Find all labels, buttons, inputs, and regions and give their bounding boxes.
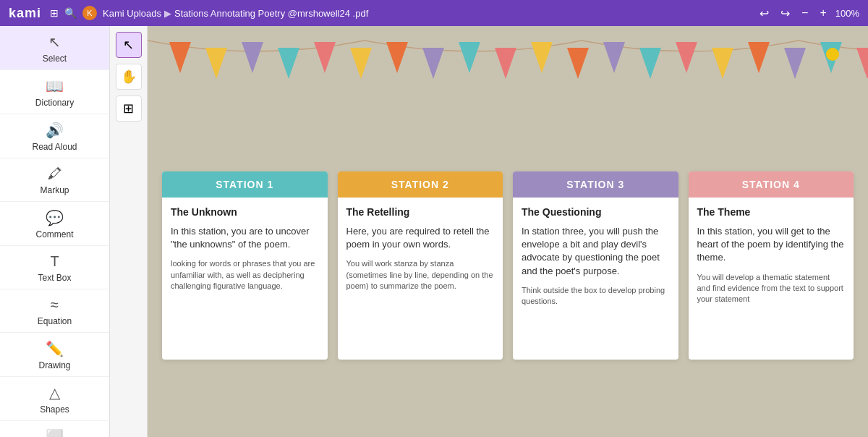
sidebar-label-select: Select — [43, 54, 67, 64]
station-title-1: The Unknown — [171, 206, 319, 218]
sidebar-label-shapes: Shapes — [40, 404, 69, 415]
svg-marker-16 — [748, 42, 770, 73]
main-area: ↖ Select 📖 Dictionary 🔊 Read Aloud 🖍 Mar… — [0, 26, 868, 437]
sidebar-item-markup[interactable]: 🖍 Markup — [0, 158, 109, 202]
station-body-2: The Retelling Here, you are required to … — [338, 198, 503, 360]
station-desc-small-4: You will develop a thematic statement an… — [697, 272, 846, 305]
equation-icon: ≈ — [51, 297, 59, 313]
tool-panel: ↖✋⊞ — [110, 26, 148, 437]
breadcrumb: Kami Uploads ▶ Stations Annotating Poetr… — [103, 8, 751, 19]
read-aloud-icon: 🔊 — [46, 122, 64, 139]
svg-marker-1 — [205, 48, 227, 79]
sidebar-item-drawing[interactable]: ✏️ Drawing — [0, 333, 109, 377]
svg-marker-0 — [169, 42, 191, 73]
svg-marker-7 — [422, 48, 444, 79]
sidebar-item-shapes[interactable]: △ Shapes — [0, 377, 109, 421]
svg-marker-9 — [495, 48, 516, 79]
undo-button[interactable]: ↩ — [757, 5, 772, 22]
sidebar-label-equation: Equation — [38, 316, 72, 326]
dictionary-icon: 📖 — [46, 77, 64, 95]
station-body-4: The Theme In this station, you will get … — [689, 198, 854, 360]
svg-marker-3 — [278, 48, 299, 79]
stations-row: STATION 1 The Unknown In this station, y… — [148, 160, 868, 374]
breadcrumb-sep: ▶ — [164, 8, 171, 19]
banner — [148, 26, 868, 160]
zoom-level: 100% — [835, 8, 859, 19]
sidebar-label-read-aloud: Read Aloud — [32, 142, 77, 152]
svg-marker-19 — [856, 48, 868, 79]
sidebar-item-read-aloud[interactable]: 🔊 Read Aloud — [0, 114, 109, 158]
sidebar-label-markup: Markup — [40, 185, 69, 195]
sidebar-label-text-box: Text Box — [38, 273, 71, 283]
station-desc-small-1: looking for words or phrases that you ar… — [171, 258, 319, 292]
station-desc-small-3: Think outside the box to develop probing… — [522, 285, 670, 307]
svg-marker-10 — [531, 42, 553, 73]
station-desc-3: In station three, you will push the enve… — [522, 225, 670, 278]
svg-marker-2 — [242, 42, 263, 73]
station-desc-small-2: You will work stanza by stanza (sometime… — [346, 258, 495, 292]
station-card-2: STATION 2 The Retelling Here, you are re… — [338, 171, 503, 360]
sidebar-label-dictionary: Dictionary — [35, 98, 74, 108]
drawing-icon: ✏️ — [46, 340, 64, 357]
station-desc-4: In this station, you will get to the hea… — [697, 225, 846, 265]
yellow-dot-decoration — [826, 48, 839, 61]
station-body-3: The Questioning In station three, you wi… — [513, 198, 678, 360]
station-title-4: The Theme — [697, 206, 846, 218]
redo-button[interactable]: ↪ — [778, 5, 793, 22]
breadcrumb-file: Stations Annotating Poetry @mrshowell24 … — [174, 8, 368, 19]
comment-icon: 💬 — [46, 209, 64, 226]
topbar-controls: ↩ ↪ − + 100% — [757, 5, 859, 22]
zoom-out-button[interactable]: − — [799, 5, 811, 21]
sidebar-item-text-box[interactable]: T Text Box — [0, 246, 109, 289]
tool-hand-button[interactable]: ✋ — [116, 64, 142, 90]
text-box-icon: T — [50, 253, 59, 270]
station-header-3: STATION 3 — [513, 171, 678, 198]
kami-logo: kami — [9, 6, 41, 21]
station-card-4: STATION 4 The Theme In this station, you… — [689, 171, 854, 360]
sidebar-item-eraser[interactable]: ⬜ Eraser — [0, 421, 109, 437]
station-title-2: The Retelling — [346, 206, 495, 218]
select-icon: ↖ — [48, 33, 61, 51]
svg-marker-12 — [603, 42, 625, 73]
bunting-svg — [148, 26, 868, 98]
topbar: kami ⊞ 🔍 K Kami Uploads ▶ Stations Annot… — [0, 0, 868, 26]
sidebar-item-dictionary[interactable]: 📖 Dictionary — [0, 70, 109, 114]
tool-grid-button[interactable]: ⊞ — [116, 96, 142, 122]
svg-marker-6 — [386, 42, 408, 73]
station-header-1: STATION 1 — [162, 171, 328, 198]
svg-marker-15 — [712, 48, 733, 79]
svg-marker-4 — [314, 42, 336, 73]
breadcrumb-uploads[interactable]: Kami Uploads — [103, 8, 161, 19]
svg-marker-14 — [676, 42, 697, 73]
sidebar-item-comment[interactable]: 💬 Comment — [0, 202, 109, 246]
svg-marker-8 — [459, 42, 480, 73]
station-header-4: STATION 4 — [689, 171, 854, 198]
svg-marker-17 — [784, 48, 806, 79]
station-title-3: The Questioning — [522, 206, 670, 218]
sidebar-item-select[interactable]: ↖ Select — [0, 26, 109, 70]
grid-icon[interactable]: ⊞ — [50, 7, 59, 19]
station-header-2: STATION 2 — [338, 171, 503, 198]
station-card-3: STATION 3 The Questioning In station thr… — [513, 171, 678, 360]
markup-icon: 🖍 — [48, 166, 62, 182]
station-desc-1: In this station, you are to uncover "the… — [171, 225, 319, 251]
sidebar-item-equation[interactable]: ≈ Equation — [0, 289, 109, 333]
station-desc-2: Here, you are required to retell the poe… — [346, 225, 495, 251]
sidebar: ↖ Select 📖 Dictionary 🔊 Read Aloud 🖍 Mar… — [0, 26, 110, 437]
tool-cursor-button[interactable]: ↖ — [116, 32, 142, 58]
shapes-icon: △ — [49, 384, 60, 402]
svg-marker-13 — [639, 48, 661, 79]
sidebar-label-comment: Comment — [35, 229, 73, 239]
zoom-in-button[interactable]: + — [817, 5, 829, 21]
station-body-1: The Unknown In this station, you are to … — [162, 198, 328, 360]
user-avatar: K — [82, 6, 97, 20]
svg-marker-11 — [567, 48, 589, 79]
sidebar-label-drawing: Drawing — [38, 360, 70, 370]
search-icon[interactable]: 🔍 — [64, 7, 77, 19]
eraser-icon: ⬜ — [46, 428, 64, 437]
content-area: STATION 1 The Unknown In this station, y… — [148, 26, 868, 437]
station-card-1: STATION 1 The Unknown In this station, y… — [162, 171, 328, 360]
svg-marker-5 — [350, 48, 372, 79]
